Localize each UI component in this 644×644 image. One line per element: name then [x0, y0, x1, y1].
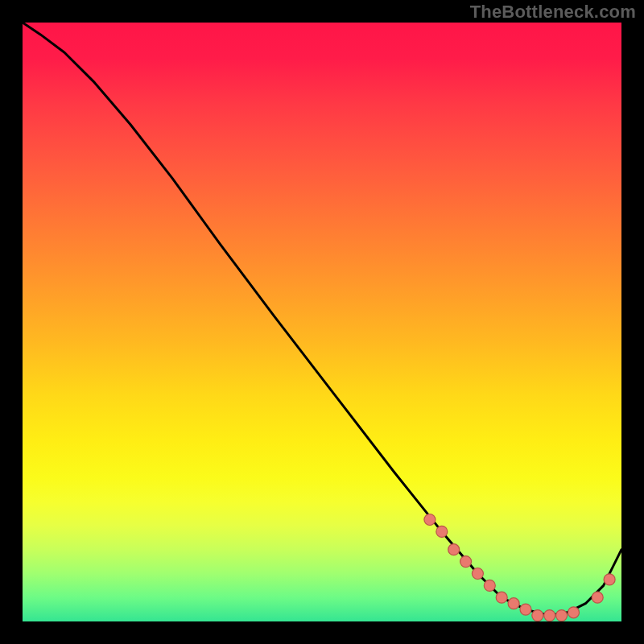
highlight-dot: [532, 610, 543, 621]
highlight-dot: [448, 544, 460, 555]
highlight-dot: [568, 607, 580, 618]
highlight-dot: [556, 610, 568, 621]
bottleneck-curve-path: [23, 23, 621, 616]
highlight-dot: [472, 568, 483, 580]
highlight-dot: [484, 580, 495, 591]
plot-area: [23, 23, 621, 621]
chart-svg: [23, 23, 621, 621]
highlight-dot: [460, 556, 472, 568]
dots-group: [424, 514, 615, 621]
highlight-dot: [544, 610, 555, 621]
highlight-dot: [424, 514, 436, 526]
curve-group: [23, 23, 621, 616]
highlight-dot: [496, 592, 507, 603]
highlight-dot: [508, 598, 519, 609]
highlight-dot: [604, 574, 615, 585]
highlight-dot: [592, 592, 603, 603]
highlight-dot: [436, 526, 448, 537]
chart-frame: TheBottleneck.com: [0, 0, 644, 644]
watermark-text: TheBottleneck.com: [470, 2, 636, 23]
highlight-dot: [520, 604, 531, 615]
